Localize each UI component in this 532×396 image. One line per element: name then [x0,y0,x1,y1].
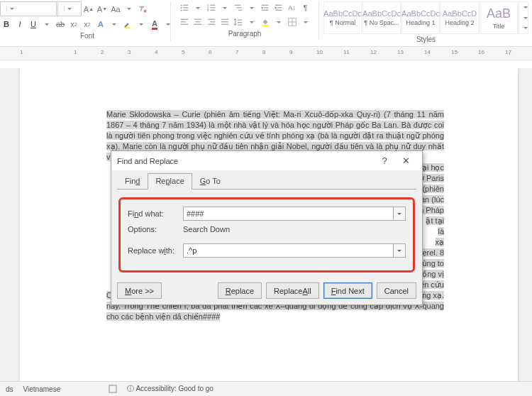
grow-font-icon[interactable]: A▲ [82,3,95,16]
svg-rect-19 [275,5,282,6]
borders-icon[interactable] [286,16,299,28]
accessibility-icon: ⓘ [127,385,134,392]
replace-button[interactable]: Replace [218,282,262,299]
styles-gallery[interactable]: AaBbCcDc¶ Normal AaBbCcDc¶ No Spac... Aa… [323,1,528,34]
svg-rect-21 [275,10,282,11]
font-color-icon[interactable]: A [148,18,161,31]
font-name-combo[interactable] [0,1,57,16]
doc-text-fragment[interactable]: xạ [436,238,445,246]
svg-rect-10 [210,7,215,8]
shading-dropdown[interactable] [272,16,285,28]
align-right-icon[interactable] [205,16,218,28]
superscript-button[interactable]: x2 [81,18,94,31]
svg-rect-8 [210,5,215,6]
svg-point-1 [180,5,182,6]
line-spacing-dropdown[interactable] [245,16,258,28]
numbering-dropdown[interactable] [218,1,231,14]
bold-button[interactable]: B [0,18,13,31]
svg-rect-41 [109,385,116,392]
macro-icon[interactable] [109,385,117,393]
change-case-dropdown[interactable] [123,3,135,16]
close-button[interactable]: ✕ [395,155,416,166]
doc-text-fragment[interactable]: là [438,227,444,236]
change-case-icon[interactable]: Aa [109,3,122,16]
cancel-button[interactable]: Cancel [377,282,416,299]
tab-find[interactable]: Find [117,173,148,189]
style-tile-heading1[interactable]: AaBbCcDcHeading 1 [401,1,440,34]
form-highlight: Find what: Options: Search Down Replace … [118,197,415,273]
shading-icon[interactable] [259,16,272,28]
accessibility-status[interactable]: ⓘ Accessibility: Good to go [127,384,214,394]
subscript-button[interactable]: x2 [67,18,80,31]
align-left-icon[interactable] [178,16,191,28]
bullets-dropdown[interactable] [192,1,204,14]
multilevel-icon[interactable] [232,1,245,14]
styles-more[interactable] [519,23,532,33]
numbering-icon[interactable]: 123 [205,1,218,14]
tab-goto[interactable]: Go To [192,173,228,189]
svg-rect-34 [238,20,242,21]
help-button[interactable]: ? [374,155,395,166]
highlight-icon[interactable] [121,18,134,31]
styles-scroll-down[interactable] [519,13,532,23]
svg-rect-30 [207,24,215,25]
sort-icon[interactable]: A↓ [286,1,299,14]
replace-with-dropdown[interactable] [394,243,406,258]
dialog-titlebar[interactable]: Find and Replace ? ✕ [111,151,422,170]
increase-indent-icon[interactable] [272,1,285,14]
highlight-dropdown[interactable] [135,18,148,31]
text-effects-icon[interactable]: A [94,18,107,31]
style-tile-heading2[interactable]: AaBbCcDHeading 2 [440,1,479,34]
ruler-tick: 13 [397,49,404,55]
doc-text-fragment[interactable]: ên cứu [420,280,444,289]
svg-rect-29 [210,21,215,22]
show-marks-icon[interactable]: ¶ [299,1,312,14]
multilevel-dropdown[interactable] [245,1,258,14]
text-effects-dropdown[interactable] [108,18,121,31]
underline-dropdown[interactable] [40,18,53,31]
find-what-dropdown[interactable] [394,207,406,221]
doc-text-fragment[interactable]: n Pháp [419,206,444,214]
find-what-input[interactable] [183,207,394,221]
svg-point-5 [180,10,182,11]
svg-rect-31 [221,19,228,20]
underline-button[interactable]: U [27,18,40,31]
svg-rect-6 [183,10,188,11]
find-next-button[interactable]: Find Next [323,282,372,299]
doc-text-fragment[interactable]: ật tại [426,216,444,225]
style-tile-title[interactable]: AaBTitle [480,1,518,34]
replace-with-input[interactable] [183,243,394,258]
replace-with-label: Replace with: [128,246,183,255]
borders-dropdown[interactable] [299,16,312,28]
line-spacing-icon[interactable] [232,16,245,28]
style-tile-normal[interactable]: AaBbCcDc¶ Normal [323,1,362,34]
styles-scroll-up[interactable] [519,2,532,13]
more-button[interactable]: More >> [117,282,162,299]
bullets-icon[interactable] [178,1,191,14]
ruler-tick: 17 [505,49,511,55]
style-tile-nospacing[interactable]: AaBbCcDc¶ No Spac... [362,1,401,34]
decrease-indent-icon[interactable] [259,1,272,14]
strikethrough-button[interactable]: ab [54,18,67,31]
align-center-icon[interactable] [192,16,204,28]
justify-icon[interactable] [218,16,231,28]
ruler-tick: 8 [262,49,265,55]
status-language[interactable]: Vietnamese [23,385,61,393]
ribbon-group-styles: AaBbCcDc¶ Normal AaBbCcDc¶ No Spac... Aa… [319,1,532,45]
svg-point-3 [180,7,182,9]
shrink-font-icon[interactable]: A▼ [96,3,109,16]
font-size-combo[interactable] [57,1,82,16]
tab-replace[interactable]: Replace [148,173,192,189]
replace-all-button[interactable]: Replace All [266,282,319,299]
ruler-tick: 2 [101,49,104,55]
clear-formatting-icon[interactable] [136,3,149,16]
dialog-tabs: Find Replace Go To [111,170,422,189]
ribbon-group-paragraph: 123 A↓ ¶ Paragraph [171,1,319,39]
horizontal-ruler[interactable]: 11234567891011121314151617 [0,47,532,60]
options-value: Search Down [183,225,230,233]
italic-button[interactable]: I [13,18,26,31]
group-label: Styles [416,34,436,43]
status-words[interactable]: ds [6,385,13,393]
svg-rect-17 [264,7,268,8]
ruler-tick: 14 [424,49,431,55]
